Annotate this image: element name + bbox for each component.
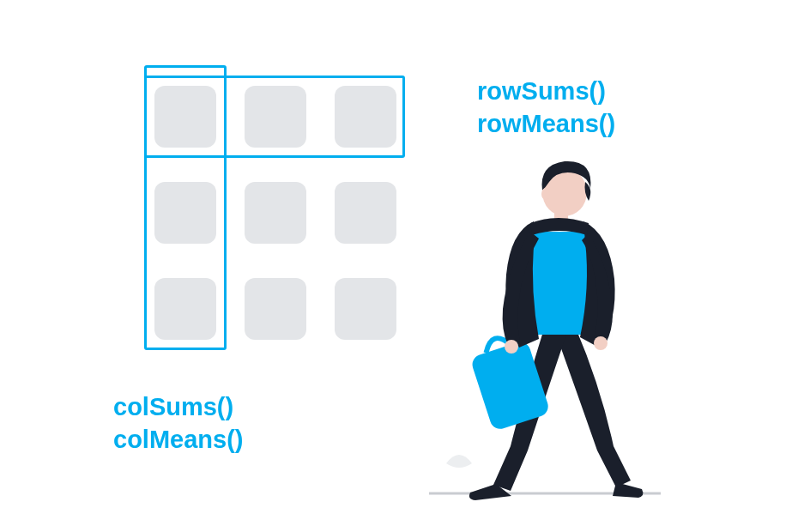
diagram-stage: rowSums() rowMeans() colSums() colMeans(… (0, 0, 798, 532)
svg-point-3 (594, 336, 608, 350)
col-sums-label: colSums() (113, 391, 233, 422)
person-svg (429, 154, 704, 506)
row-sums-label: rowSums() (477, 76, 606, 106)
col-means-label: colMeans() (113, 424, 243, 455)
grid-cell (245, 278, 306, 340)
grid-cell (245, 182, 306, 244)
grid-cell (335, 182, 396, 244)
svg-point-2 (505, 340, 518, 354)
svg-point-6 (541, 188, 550, 200)
person-illustration (429, 154, 704, 510)
row-means-label: rowMeans() (477, 108, 615, 139)
col-highlight (144, 65, 227, 350)
grid-cell (335, 278, 396, 340)
